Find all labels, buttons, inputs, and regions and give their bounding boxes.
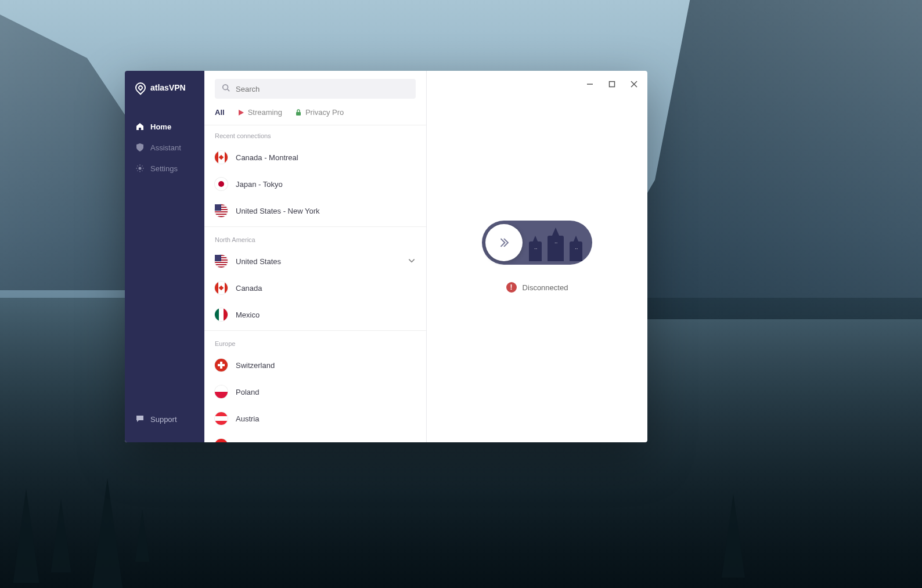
svg-rect-7 — [296, 112, 301, 116]
home-icon — [135, 122, 145, 131]
nav-home[interactable]: Home — [125, 116, 204, 137]
server-item[interactable]: Japan - Tokyo — [204, 171, 426, 197]
server-label: Switzerland — [236, 361, 275, 370]
flag-icon — [215, 178, 228, 190]
flag-icon — [215, 255, 228, 268]
chevron-down-icon — [408, 257, 416, 266]
section-header: North America — [204, 229, 426, 248]
server-item[interactable]: Austria — [204, 405, 426, 432]
nav-label: Assistant — [150, 143, 181, 152]
flag-icon — [215, 359, 228, 371]
flag-icon — [215, 151, 228, 164]
server-item[interactable]: Albania — [204, 432, 426, 442]
chat-icon — [135, 414, 145, 425]
status-label: Disconnected — [523, 283, 568, 292]
play-icon — [237, 109, 244, 116]
search-box[interactable] — [215, 79, 416, 99]
server-scroll[interactable]: Recent connections Canada - Montreal Jap… — [204, 125, 426, 442]
tab-all[interactable]: All — [215, 108, 225, 117]
server-label: Mexico — [236, 311, 260, 319]
server-label: Canada — [236, 284, 262, 293]
status-indicator-icon: ! — [506, 282, 517, 293]
server-item[interactable]: United States — [204, 248, 426, 275]
svg-point-4 — [139, 167, 142, 170]
toggle-knob — [485, 224, 523, 261]
server-item[interactable]: United States - New York — [204, 197, 426, 224]
gear-icon — [135, 164, 145, 173]
server-list-panel: All Streaming Privacy Pro Recent connect… — [204, 71, 427, 442]
monster-icon — [548, 236, 564, 261]
section-header: Europe — [204, 333, 426, 352]
flag-icon — [215, 412, 228, 425]
search-input[interactable] — [236, 85, 409, 93]
divider — [204, 226, 426, 227]
flag-icon — [215, 439, 228, 442]
server-item[interactable]: Switzerland — [204, 352, 426, 378]
monster-icon — [570, 241, 582, 261]
minimize-button[interactable] — [582, 77, 597, 92]
logo-icon — [133, 80, 147, 95]
server-item[interactable]: Canada - Montreal — [204, 144, 426, 171]
connect-toggle[interactable] — [482, 221, 592, 265]
section-header: Recent connections — [204, 125, 426, 144]
app-logo: atlasVPN — [125, 82, 204, 116]
support-label: Support — [150, 415, 177, 424]
flag-icon — [215, 385, 228, 398]
server-label: Austria — [236, 414, 259, 423]
server-label: Poland — [236, 388, 259, 396]
app-window: atlasVPN Home Assistant Settings — [125, 71, 647, 442]
server-label: United States — [236, 257, 281, 266]
shield-icon — [135, 143, 145, 152]
nav-label: Settings — [150, 164, 178, 173]
flag-icon — [215, 282, 228, 294]
flag-icon — [215, 308, 228, 321]
server-label: Japan - Tokyo — [236, 180, 283, 189]
maximize-button[interactable] — [604, 77, 620, 92]
tab-streaming[interactable]: Streaming — [237, 108, 282, 117]
svg-line-6 — [228, 89, 230, 92]
server-item[interactable]: Canada — [204, 275, 426, 301]
server-label: United States - New York — [236, 207, 320, 215]
tab-label: Streaming — [248, 108, 282, 117]
nav: Home Assistant Settings — [125, 116, 204, 408]
server-item[interactable]: Mexico — [204, 301, 426, 328]
svg-rect-1 — [610, 82, 615, 87]
svg-point-5 — [223, 85, 228, 90]
server-item[interactable]: Poland — [204, 378, 426, 405]
lock-icon — [295, 109, 302, 116]
monster-icon — [529, 241, 542, 261]
divider — [204, 330, 426, 331]
server-label: Albania — [236, 441, 261, 443]
tab-label: Privacy Pro — [305, 108, 344, 117]
toggle-illustration — [523, 224, 589, 261]
nav-settings[interactable]: Settings — [125, 158, 204, 179]
flag-icon — [215, 204, 228, 217]
connection-status: ! Disconnected — [506, 282, 568, 293]
server-label: Canada - Montreal — [236, 153, 298, 162]
tab-privacy-pro[interactable]: Privacy Pro — [295, 108, 344, 117]
nav-label: Home — [150, 122, 171, 131]
nav-support[interactable]: Support — [125, 408, 204, 431]
tab-label: All — [215, 108, 225, 117]
nav-assistant[interactable]: Assistant — [125, 137, 204, 158]
window-controls — [582, 77, 642, 92]
sidebar: atlasVPN Home Assistant Settings — [125, 71, 204, 442]
close-button[interactable] — [626, 77, 642, 92]
connection-panel: ! Disconnected — [427, 71, 647, 442]
search-icon — [222, 84, 230, 94]
filter-tabs: All Streaming Privacy Pro — [204, 104, 426, 125]
app-name: atlasVPN — [150, 83, 186, 92]
